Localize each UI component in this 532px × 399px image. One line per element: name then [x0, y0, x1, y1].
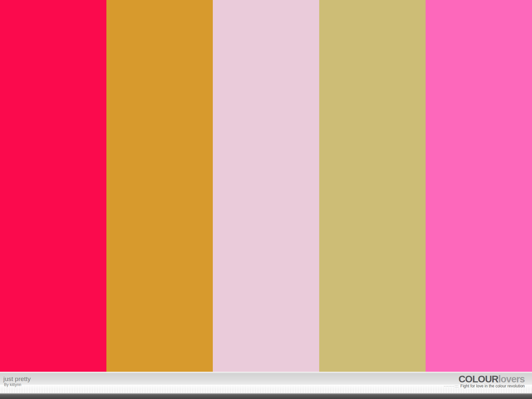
- palette-title[interactable]: just pretty: [3, 375, 31, 383]
- footer: just pretty By kittynn COLOURlovers ····…: [0, 372, 532, 399]
- palette-author-byline[interactable]: By kittynn: [4, 383, 31, 387]
- palette-swatch-2[interactable]: [106, 0, 213, 372]
- brand-tagline-row: ·······:::Fight for love in the colour r…: [444, 384, 525, 388]
- colourlovers-palette-page: just pretty By kittynn COLOURlovers ····…: [0, 0, 532, 399]
- colourlovers-logo[interactable]: COLOURlovers ·······:::Fight for love in…: [444, 375, 525, 388]
- logo-colour-text: COLOUR: [459, 374, 498, 384]
- palette-info: just pretty By kittynn: [3, 375, 31, 387]
- palette-swatch-4[interactable]: [319, 0, 426, 372]
- palette-stripes: [0, 0, 532, 372]
- palette-swatch-5[interactable]: [426, 0, 532, 372]
- footer-bottom-bar: [0, 393, 532, 399]
- palette-swatch-3[interactable]: [213, 0, 319, 372]
- tagline-dots-icon: ·······:::: [444, 384, 459, 388]
- logo-lovers-text: lovers: [498, 374, 525, 384]
- colourlovers-logo-text: COLOURlovers: [444, 375, 525, 383]
- brand-tagline: Fight for love in the colour revolution: [461, 384, 525, 388]
- palette-swatch-1[interactable]: [0, 0, 106, 372]
- footer-gradient-panel: just pretty By kittynn COLOURlovers ····…: [0, 372, 532, 393]
